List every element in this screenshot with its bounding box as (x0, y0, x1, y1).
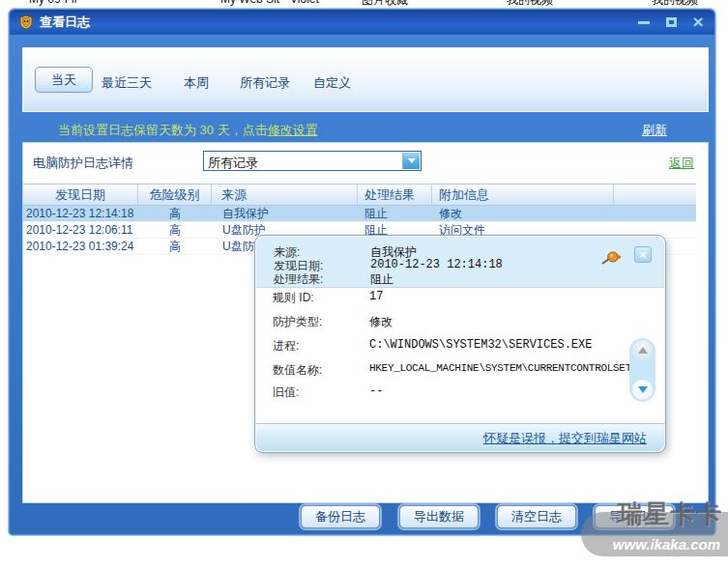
popup-header: 来源: 自我保护 发现日期: 2010-12-23 12:14:18 处理结果:… (256, 237, 664, 288)
column-header-info[interactable]: 附加信息 (432, 185, 614, 205)
cell-level: 高 (138, 222, 212, 239)
column-header-source[interactable]: 来源 (212, 185, 358, 205)
pin-icon[interactable] (600, 249, 622, 267)
popup-old-label: 旧值: (273, 384, 299, 401)
column-header-result[interactable]: 处理结果 (358, 185, 432, 205)
watermark-brand: 瑞星卡卡 (618, 497, 722, 531)
close-icon: × (692, 14, 703, 30)
popup-result-value: 阻止 (370, 271, 393, 288)
rising-shield-icon (18, 14, 34, 30)
tab-all-records[interactable]: 所有记录 (240, 74, 290, 92)
popup-name-label: 数值名称: (273, 362, 322, 379)
maximize-button[interactable] (663, 14, 679, 30)
export-data-button[interactable]: 导出数据 (399, 505, 479, 528)
log-detail-popup: 来源: 自我保护 发现日期: 2010-12-23 12:14:18 处理结果:… (254, 235, 666, 453)
titlebar[interactable]: 查看日志 × (10, 10, 714, 36)
retention-notice: 当前设置日志保留天数为 30 天，点击修改设置 (58, 122, 318, 139)
popup-result-label: 处理结果: (274, 271, 323, 288)
scroll-up-button[interactable] (632, 340, 653, 360)
record-type-dropdown[interactable]: 所有记录 (203, 151, 422, 171)
cell-level: 高 (138, 206, 212, 222)
minimize-button[interactable] (636, 14, 652, 30)
table-row[interactable]: 2010-12-23 12:14:18 高 自我保护 阻止 修改 (23, 206, 696, 222)
popup-rule-label: 规则 ID: (273, 290, 314, 306)
popup-type-value: 修改 (369, 314, 393, 330)
popup-process-value: C:\WINDOWS\SYSTEM32\SERVICES.EXE (369, 338, 592, 352)
cell-info: 修改 (432, 206, 614, 222)
ikaka-watermark: 瑞星卡卡 www.ikaka.com (581, 512, 728, 556)
popup-rule-value: 17 (369, 290, 383, 303)
cell-source: 自我保护 (212, 206, 358, 222)
close-button[interactable]: × (690, 14, 706, 30)
clear-log-button[interactable]: 清空日志 (497, 505, 576, 528)
arrow-up-icon (638, 347, 648, 354)
dropdown-selected-value: 所有记录 (208, 155, 258, 172)
tab-today[interactable]: 当天 (35, 67, 93, 93)
modify-settings-link[interactable]: 修改设置 (268, 123, 318, 137)
chevron-down-icon (408, 158, 416, 163)
column-header-date[interactable]: 发现日期 (23, 185, 138, 205)
watermark-url: www.ikaka.com (613, 536, 720, 553)
backup-log-button[interactable]: 备份日志 (301, 505, 380, 528)
tab-last-three-days[interactable]: 最近三天 (102, 74, 152, 92)
cell-result: 阻止 (358, 206, 432, 222)
column-header-empty (614, 185, 696, 205)
popup-footer: 怀疑是误报，提交到瑞星网站 (256, 423, 664, 451)
refresh-link[interactable]: 刷新 (642, 122, 667, 139)
popup-old-value: -- (369, 384, 383, 398)
popup-name-value: HKEY_LOCAL_MACHINE\SYSTEM\CURRENTCONTROL… (369, 362, 631, 374)
retention-notice-text: 当前设置日志保留天数为 30 天，点击 (58, 123, 268, 137)
popup-scrollbar (629, 338, 655, 402)
desktop-icon-label: My Web Sit (220, 0, 279, 6)
scroll-down-button[interactable] (632, 380, 653, 400)
popup-date-value: 2010-12-23 12:14:18 (370, 258, 503, 271)
arrow-down-icon (638, 386, 648, 393)
log-detail-label: 电脑防护日志详情 (33, 155, 133, 172)
cell-level: 高 (138, 239, 212, 255)
minimize-icon (638, 21, 650, 24)
column-header-level[interactable]: 危险级别 (138, 185, 212, 205)
cell-date: 2010-12-23 12:06:11 (23, 223, 138, 237)
back-link[interactable]: 返回 (669, 155, 694, 172)
window-title: 查看日志 (40, 14, 90, 31)
cell-date: 2010-12-23 01:39:24 (23, 240, 138, 253)
tab-custom[interactable]: 自定义 (313, 74, 351, 92)
table-header: 发现日期 危险级别 来源 处理结果 附加信息 (23, 184, 696, 206)
desktop-icon-label: My 09-Fil (29, 0, 76, 6)
desktop-icon-label: Violet (290, 0, 319, 6)
maximize-icon (666, 17, 677, 27)
close-icon: × (639, 247, 647, 262)
popup-process-label: 进程: (273, 338, 299, 355)
false-positive-report-link[interactable]: 怀疑是误报，提交到瑞星网站 (483, 430, 647, 447)
date-range-tabs: 当天 最近三天 本周 所有记录 自定义 (22, 47, 709, 112)
popup-type-label: 防护类型: (273, 314, 322, 330)
tab-this-week[interactable]: 本周 (184, 74, 209, 92)
cell-date: 2010-12-23 12:14:18 (23, 207, 138, 220)
dropdown-arrow-button[interactable] (402, 153, 420, 169)
popup-close-button[interactable]: × (634, 246, 652, 263)
